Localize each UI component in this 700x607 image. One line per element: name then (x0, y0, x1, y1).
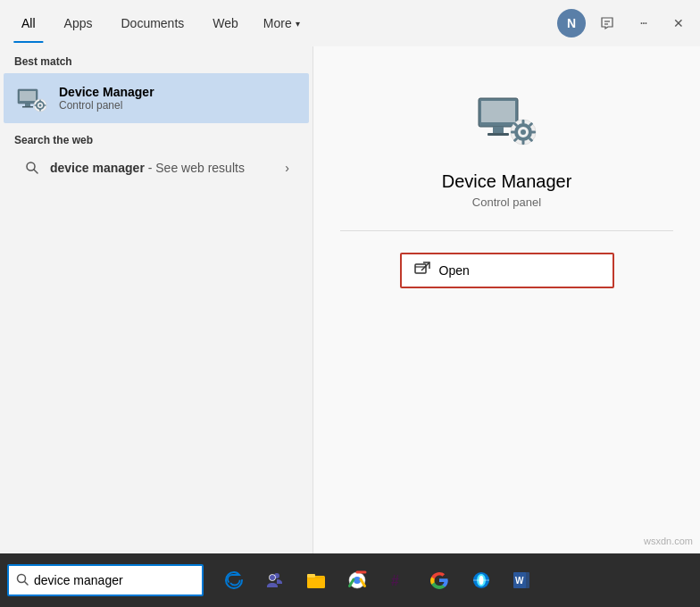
taskbar-teams-icon[interactable] (255, 561, 295, 600)
search-box[interactable] (7, 564, 204, 596)
chevron-right-icon: › (285, 161, 289, 175)
web-search-section: Search the web device manager - See web … (0, 123, 312, 189)
tab-documents[interactable]: Documents (106, 4, 198, 43)
avatar[interactable]: N (557, 9, 586, 37)
search-input[interactable] (34, 573, 195, 587)
svg-rect-4 (25, 104, 30, 106)
taskbar-word-icon[interactable]: W (502, 561, 541, 600)
open-icon (414, 262, 430, 279)
svg-rect-5 (22, 106, 33, 108)
best-match-subtitle: Control panel (59, 99, 154, 112)
close-button[interactable]: ✕ (664, 9, 693, 37)
svg-rect-17 (493, 127, 504, 133)
taskbar-search-icon (16, 573, 29, 588)
search-web-icon (23, 159, 41, 177)
best-match-text: Device Manager Control panel (59, 85, 154, 112)
web-search-query: device manager - See web results (50, 161, 276, 175)
taskbar-explorer-icon[interactable] (296, 561, 336, 600)
best-match-label: Best match (0, 46, 312, 73)
open-label: Open (439, 263, 470, 278)
nav-tabs: All Apps Documents Web More ▾ N ··· ✕ (0, 0, 700, 46)
open-button[interactable]: Open (400, 253, 614, 288)
tab-apps[interactable]: Apps (50, 4, 107, 43)
best-match-title: Device Manager (59, 85, 154, 99)
svg-point-37 (270, 575, 275, 580)
svg-rect-3 (20, 91, 36, 101)
svg-point-41 (354, 577, 361, 584)
taskbar-google-icon[interactable] (420, 561, 459, 600)
app-detail: Device Manager Control panel O (340, 82, 673, 288)
svg-text:#: # (391, 573, 399, 588)
more-options-icon[interactable]: ··· (629, 9, 657, 37)
content-area: Best match (0, 46, 700, 553)
feedback-icon[interactable] (593, 9, 621, 37)
start-menu: All Apps Documents Web More ▾ N ··· ✕ (0, 0, 700, 607)
right-panel: Device Manager Control panel O (312, 46, 700, 553)
tab-more[interactable]: More ▾ (253, 4, 311, 43)
taskbar-edge-icon[interactable] (214, 561, 254, 600)
tab-web[interactable]: Web (198, 4, 253, 43)
svg-rect-23 (521, 140, 524, 145)
device-manager-icon (16, 82, 48, 114)
svg-line-14 (34, 170, 38, 173)
svg-text:W: W (515, 576, 524, 586)
app-icon-large (471, 82, 543, 154)
svg-rect-18 (488, 133, 509, 136)
svg-rect-10 (39, 109, 41, 112)
svg-rect-30 (415, 264, 426, 273)
svg-rect-12 (44, 104, 46, 106)
taskbar-mail-icon[interactable] (461, 561, 500, 600)
nav-right-controls: N ··· ✕ (557, 9, 693, 37)
svg-point-21 (521, 129, 526, 135)
app-name-large: Device Manager (442, 171, 572, 192)
taskbar-icons: # (214, 561, 541, 600)
chevron-down-icon: ▾ (296, 19, 300, 29)
svg-rect-16 (481, 101, 515, 122)
svg-rect-11 (35, 104, 38, 106)
svg-rect-9 (39, 100, 41, 103)
left-panel: Best match (0, 46, 312, 553)
taskbar-slack-icon[interactable]: # (379, 561, 418, 600)
tab-all[interactable]: All (7, 4, 50, 43)
taskbar-chrome-icon[interactable] (338, 561, 377, 600)
svg-point-8 (39, 104, 42, 107)
app-type: Control panel (472, 195, 541, 209)
svg-line-34 (25, 581, 29, 585)
separator (340, 230, 673, 231)
svg-rect-24 (511, 131, 515, 134)
svg-rect-22 (521, 120, 524, 124)
svg-rect-25 (531, 131, 536, 134)
web-search-item[interactable]: device manager - See web results › (14, 152, 298, 184)
svg-rect-39 (307, 574, 315, 578)
best-match-item[interactable]: Device Manager Control panel (4, 73, 309, 123)
search-web-label: Search the web (14, 134, 298, 146)
watermark: wsxdn.com (644, 536, 693, 546)
taskbar: # (0, 553, 700, 607)
